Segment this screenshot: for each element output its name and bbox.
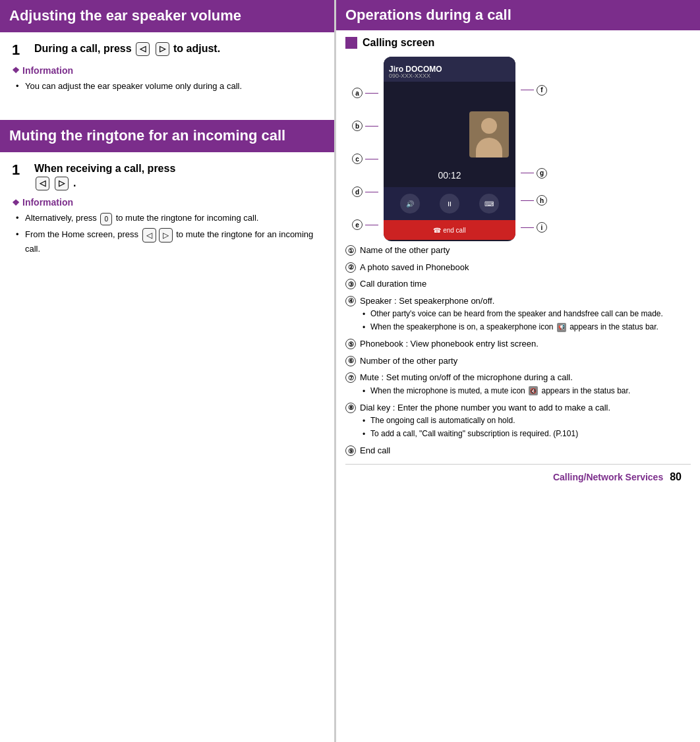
phone-end-call: ☎ end call <box>384 220 515 240</box>
callout-num-6: f <box>537 85 547 96</box>
section2-header: Muting the ringtone for an incoming call <box>0 120 334 152</box>
section2-step1: 1 When receiving a call, press ◁ ▷ . <box>12 161 322 191</box>
key-left-icon: ◁ <box>136 42 150 56</box>
section1-step1: 1 During a call, press ◁ ▷ to adjust. <box>12 42 322 59</box>
contact-photo <box>469 111 509 157</box>
page-number: 80 <box>670 471 682 483</box>
key-right-icon-3: ▷ <box>159 228 173 243</box>
callout-a: a <box>352 88 378 98</box>
callout-num-9: i <box>537 222 547 233</box>
callout-line-5 <box>365 225 378 225</box>
calling-screen-label: Calling screen <box>345 37 691 49</box>
right-body: Calling screen a b c d <box>336 37 700 483</box>
sub-bullet-4a: • Other party's voice can be heard from … <box>360 308 691 320</box>
phone-controls: 🔊 ⏸ ⌨ <box>384 187 515 220</box>
callout-line-6 <box>521 90 534 90</box>
step-number-2: 1 <box>12 161 30 179</box>
ann-num-4: ④ <box>345 296 356 306</box>
speakerphone-icon: 📢 <box>557 323 566 332</box>
ann-num-5: ⑤ <box>345 339 356 349</box>
ann-text-8: Dial key : Enter the phone number you wa… <box>360 401 691 441</box>
speaker-btn: 🔊 <box>400 194 420 214</box>
mute-btn: ⏸ <box>440 194 459 214</box>
annotations: ① Name of the other party ② A photo save… <box>345 244 691 457</box>
key-right-icon: ▷ <box>156 42 169 56</box>
sub-bullet-7a: • When the microphone is muted, a mute i… <box>360 385 691 397</box>
ann-text-1: Name of the other party <box>360 244 691 257</box>
ann-num-1: ① <box>345 245 356 256</box>
ann-num-2: ② <box>345 262 356 273</box>
callout-line-2 <box>365 126 378 127</box>
mute-status-icon: 🔇 <box>529 386 538 395</box>
section1-header: Adjusting the ear speaker volume <box>0 0 334 32</box>
callout-num-4: d <box>352 186 363 197</box>
caller-number: 090-XXX-XXXX <box>389 72 430 79</box>
callout-line-4 <box>365 192 378 192</box>
key-left-icon-2: ◁ <box>36 177 49 190</box>
bullet-item-2a: • Alternatively, press 0 to mute the rin… <box>16 212 322 225</box>
step-text: During a call, press ◁ ▷ to adjust. <box>34 42 220 56</box>
callout-num-7: g <box>537 168 547 179</box>
footer: Calling/Network Services 80 <box>345 464 691 483</box>
phone-screen-mid: 00:12 <box>384 82 515 187</box>
ann-num-9: ⑨ <box>345 445 356 456</box>
callout-line-7 <box>521 173 534 173</box>
callout-line-3 <box>365 159 378 159</box>
section1-info-body: • You can adjust the ear speaker volume … <box>12 80 322 93</box>
callout-h: h <box>521 195 547 206</box>
ann-text-4: Speaker : Set speakerphone on/off. • Oth… <box>360 295 691 334</box>
section2-body: 1 When receiving a call, press ◁ ▷ . Inf… <box>0 152 334 271</box>
bullet-item: • You can adjust the ear speaker volume … <box>16 80 322 93</box>
sub-bullet-8a: • The ongoing call is automatically on h… <box>360 415 691 427</box>
section1-info-header: Information <box>12 65 322 76</box>
callout-i: i <box>521 222 547 233</box>
step-number: 1 <box>12 42 30 59</box>
section2-info-header: Information <box>12 197 322 208</box>
right-column: Operations during a call Calling screen … <box>336 0 700 742</box>
bullet-item-2b: • From the Home screen, press ◁▷ to mute… <box>16 228 322 256</box>
callout-d: d <box>352 186 378 197</box>
callout-c: c <box>352 154 378 164</box>
callout-num-3: c <box>352 154 363 164</box>
section2: Muting the ringtone for an incoming call… <box>0 120 334 271</box>
ann-num-8: ⑧ <box>345 403 356 413</box>
callout-num-2: b <box>352 121 363 131</box>
annotation-3: ③ Call duration time <box>345 277 691 291</box>
annotation-2: ② A photo saved in Phonebook <box>345 261 691 274</box>
section1-body: 1 During a call, press ◁ ▷ to adjust. In… <box>0 32 334 109</box>
phone-screen-top: Jiro DOCOMO 090-XXX-XXXX <box>384 57 515 82</box>
callout-b: b <box>352 121 378 131</box>
annotation-5: ⑤ Phonebook : View phonebook entry list … <box>345 337 691 351</box>
ann-num-6: ⑥ <box>345 356 356 366</box>
ann-num-7: ⑦ <box>345 372 356 383</box>
callout-e: e <box>352 219 378 230</box>
annotation-9: ⑨ End call <box>345 444 691 457</box>
annotation-6: ⑥ Number of the other party <box>345 355 691 368</box>
callout-num-8: h <box>537 195 547 206</box>
key-left-icon-3: ◁ <box>142 228 156 243</box>
sub-bullet-4b: • When the speakerphone is on, a speaker… <box>360 322 691 333</box>
section1-title: Adjusting the ear speaker volume <box>9 7 241 24</box>
sub-bullet-8b: • To add a call, "Call waiting" subscrip… <box>360 428 691 440</box>
right-callouts: f g h i <box>521 57 547 241</box>
ann-text-7: Mute : Set muting on/off of the micropho… <box>360 371 691 397</box>
ann-text-6: Number of the other party <box>360 355 691 368</box>
ann-text-5: Phonebook : View phonebook entry list sc… <box>360 337 691 351</box>
phone-mockup: Jiro DOCOMO 090-XXX-XXXX 00:12 🔊 ⏸ ⌨ ☎ e… <box>384 57 515 241</box>
right-header-title: Operations during a call <box>345 7 511 23</box>
call-duration: 00:12 <box>438 170 461 181</box>
ann-text-9: End call <box>360 444 691 457</box>
callout-g: g <box>521 168 547 179</box>
callout-container: a b c d e <box>345 57 691 241</box>
callout-f: f <box>521 85 547 96</box>
mute-key-icon: 0 <box>100 213 112 225</box>
left-column: Adjusting the ear speaker volume 1 Durin… <box>0 0 336 742</box>
key-right-icon-2: ▷ <box>55 177 69 190</box>
annotation-4: ④ Speaker : Set speakerphone on/off. • O… <box>345 295 691 334</box>
callout-num-5: e <box>352 219 363 230</box>
ann-text-2: A photo saved in Phonebook <box>360 261 691 274</box>
annotation-8: ⑧ Dial key : Enter the phone number you … <box>345 401 691 441</box>
ann-num-3: ③ <box>345 279 356 289</box>
ann-text-3: Call duration time <box>360 277 691 291</box>
right-header: Operations during a call <box>336 0 700 30</box>
